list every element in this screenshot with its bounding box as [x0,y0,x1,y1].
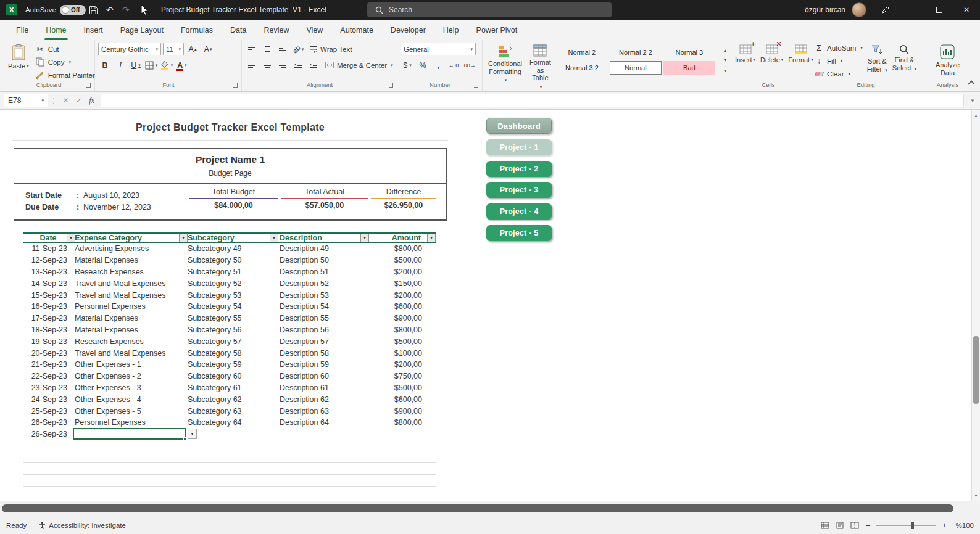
header-date[interactable]: Date [23,234,73,242]
align-middle-button[interactable] [260,43,274,55]
zoom-slider-thumb[interactable] [911,522,914,529]
filter-button-description[interactable]: ▾ [360,234,369,242]
save-button[interactable] [86,0,102,20]
paste-button[interactable]: Paste▾ [6,43,31,72]
header-amount[interactable]: Amount [367,234,436,242]
cell-amount[interactable]: $900,00 [367,407,436,416]
cell-subcategory[interactable]: Subcategory 52 [186,279,277,288]
fill-handle[interactable] [183,437,187,441]
formula-bar-expand-icon[interactable]: ▾ [966,97,979,104]
cell-category[interactable]: Other Expenses - 2 [73,372,186,380]
format-as-table-button[interactable]: Format asTable ▾ [527,43,554,92]
cell-amount[interactable]: $100,00 [367,349,436,358]
orientation-button[interactable]: ab▾ [291,43,305,55]
cell-subcategory[interactable]: Subcategory 55 [186,314,277,322]
cell-date[interactable]: 17-Sep-23 [23,314,73,322]
dialog-launcher-icon[interactable] [474,83,478,88]
cell-category[interactable]: Material Expenses [73,326,186,334]
horizontal-scrollbar[interactable] [0,501,980,516]
excel-logo-icon[interactable]: X [6,4,17,15]
fill-color-button[interactable]: ▾ [160,59,173,72]
user-avatar[interactable] [852,2,866,17]
cell-date[interactable]: 19-Sep-23 [23,337,73,346]
dialog-launcher-icon[interactable] [233,83,238,88]
minimize-button[interactable]: ─ [899,0,926,20]
tab-help[interactable]: Help [434,20,468,40]
align-center-button[interactable] [260,59,274,72]
font-color-button[interactable]: A▾ [175,59,189,72]
cell-description[interactable]: Description 63 [277,407,367,416]
font-size-select[interactable]: 11▾ [163,43,184,55]
cell-category[interactable]: Travel and Meal Expenses [73,279,186,288]
cell-date[interactable]: 24-Sep-23 [23,395,73,404]
cell-date[interactable]: 18-Sep-23 [23,326,73,334]
header-subcategory[interactable]: Subcategory [186,234,277,242]
selected-cell[interactable] [73,428,186,440]
cell-category[interactable]: Travel and Meal Expenses [73,349,186,358]
cell-subcategory[interactable]: Subcategory 54 [186,302,277,311]
decrease-decimal-button[interactable]: .00→ [462,59,476,72]
search-box[interactable]: Search [367,2,612,17]
cell-description[interactable]: Description 56 [277,326,367,334]
nav-button-project-2[interactable]: Project - 2 [486,161,552,177]
cell-style-normal-2-2[interactable]: Normal 2 2 [610,46,662,59]
increase-indent-button[interactable] [307,59,320,72]
autosave-toggle[interactable]: AutoSave Off [25,5,86,15]
copy-button[interactable]: Copy▾ [33,57,97,67]
page-layout-view-button[interactable] [836,522,844,529]
normal-view-button[interactable] [821,522,829,529]
bold-button[interactable]: B [98,59,112,72]
cell-category[interactable]: Research Expenses [73,268,186,276]
empty-row[interactable] [23,440,436,452]
maximize-button[interactable] [926,0,953,20]
cell-date[interactable]: 20-Sep-23 [23,349,73,358]
align-left-button[interactable] [245,59,259,72]
cut-button[interactable]: ✂Cut [33,44,97,54]
dialog-launcher-icon[interactable] [86,83,91,88]
cell-category[interactable]: Other Expenses - 4 [73,395,186,404]
cell-subcategory[interactable]: Subcategory 63 [186,407,277,416]
cell-amount[interactable]: $200,00 [367,268,436,276]
cell-description[interactable]: Description 49 [277,244,367,253]
gallery-more-button[interactable]: ▼ [720,65,730,75]
cell-description[interactable]: Description 64 [277,418,367,427]
cell-date[interactable]: 14-Sep-23 [23,279,73,288]
cell-description[interactable]: Description 62 [277,395,367,404]
autosave-pill[interactable]: Off [60,5,86,15]
cell-subcategory[interactable]: Subcategory 50 [186,256,277,265]
nav-button-project-5[interactable]: Project - 5 [486,225,552,241]
cell-style-bad[interactable]: Bad [663,61,715,75]
cell-amount[interactable]: $750,00 [367,372,436,380]
cell-subcategory[interactable]: Subcategory 49 [186,244,277,253]
gallery-up-button[interactable]: ▲ [720,46,730,55]
cell-description[interactable]: Description 53 [277,291,367,300]
accounting-format-button[interactable]: $▾ [401,59,414,72]
cell-date[interactable]: 12-Sep-23 [23,256,73,265]
cell-amount[interactable]: $200,00 [367,291,436,300]
header-description[interactable]: Description [277,234,367,242]
cell-description[interactable]: Description 54 [277,302,367,311]
tab-view[interactable]: View [297,20,331,40]
cell-date[interactable]: 15-Sep-23 [23,291,73,300]
align-top-button[interactable] [245,43,259,55]
tab-power-pivot[interactable]: Power Pivot [468,20,526,40]
borders-button[interactable]: ▾ [144,59,158,72]
cell-category[interactable]: Material Expenses [73,314,186,322]
cell-subcategory[interactable]: Subcategory 60 [186,372,277,380]
cell-amount[interactable]: $200,00 [367,360,436,369]
filter-button-date[interactable]: ▾ [67,234,75,242]
cell-amount[interactable]: $500,00 [367,384,436,392]
cell-category[interactable]: Other Expenses - 3 [73,384,186,392]
zoom-level[interactable]: %100 [953,522,974,529]
align-bottom-button[interactable] [276,43,289,55]
tab-formulas[interactable]: Formulas [172,20,222,40]
horizontal-scrollbar-thumb[interactable] [2,504,953,512]
formula-bar-handle[interactable]: ⋮ [48,97,59,105]
cell-date[interactable]: 23-Sep-23 [23,384,73,392]
tab-file[interactable]: File [7,20,37,40]
cell-amount[interactable]: $600,00 [367,395,436,404]
underline-button[interactable]: U▾ [129,59,143,72]
undo-button[interactable]: ↶ [102,0,118,20]
merge-center-button[interactable]: Merge & Center▾ [322,59,396,72]
align-right-button[interactable] [276,59,289,72]
